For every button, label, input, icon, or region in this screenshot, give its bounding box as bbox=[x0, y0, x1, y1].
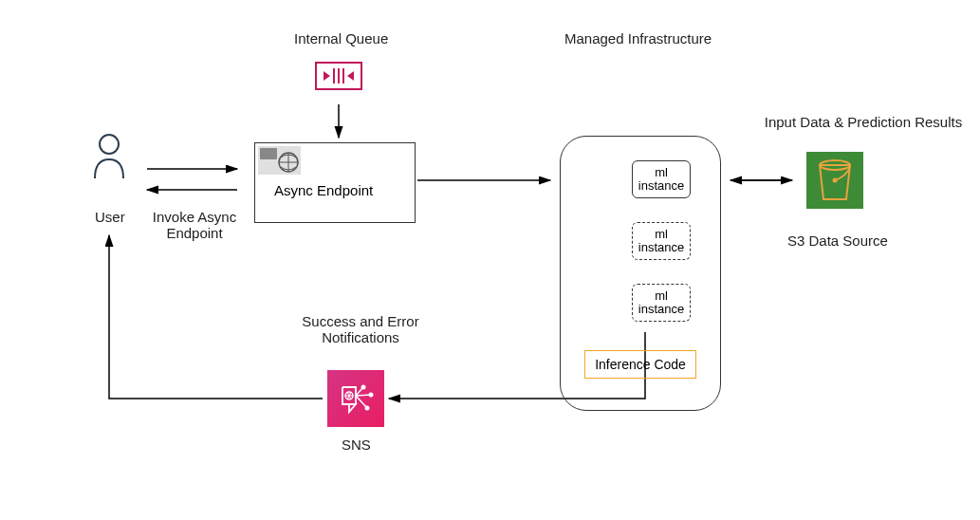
invoke-label: Invoke Async Endpoint bbox=[147, 209, 242, 241]
s3-bucket-icon bbox=[806, 152, 863, 209]
ml-instance-3: ml instance bbox=[632, 284, 691, 322]
svg-line-19 bbox=[356, 396, 367, 408]
ml-instance-3-label: ml instance bbox=[638, 289, 684, 317]
ml-instance-2: ml instance bbox=[632, 222, 691, 260]
managed-infra-label: Managed Infrastructure bbox=[564, 30, 712, 46]
user-icon bbox=[90, 133, 128, 180]
inference-code-box: Inference Code bbox=[584, 350, 696, 379]
svg-rect-7 bbox=[260, 148, 277, 159]
svg-point-6 bbox=[100, 135, 119, 154]
sns-label: SNS bbox=[342, 436, 371, 453]
s3-source-label: S3 Data Source bbox=[787, 232, 888, 249]
success-error-label: Success and Error Notifications bbox=[285, 313, 436, 345]
user-node bbox=[90, 133, 128, 184]
internal-queue-label: Internal Queue bbox=[294, 30, 388, 46]
svg-line-18 bbox=[356, 395, 371, 396]
svg-point-12 bbox=[833, 178, 838, 183]
endpoint-corner-icon bbox=[258, 146, 301, 175]
ml-instance-2-label: ml instance bbox=[638, 228, 684, 255]
sns-icon bbox=[327, 370, 384, 427]
input-data-label: Input Data & Prediction Results bbox=[759, 114, 968, 130]
async-endpoint-label: Async Endpoint bbox=[274, 182, 373, 198]
queue-icon bbox=[315, 62, 362, 90]
managed-infra-box: ml instance ml instance ml instance Infe… bbox=[560, 136, 721, 411]
diagram-canvas: User Invoke Async Endpoint Internal Queu… bbox=[0, 0, 980, 520]
connector-arrows bbox=[0, 0, 980, 520]
svg-line-17 bbox=[356, 387, 363, 396]
ml-instance-1-label: ml instance bbox=[638, 166, 684, 194]
async-endpoint-box: Async Endpoint bbox=[254, 142, 416, 223]
user-label: User bbox=[95, 209, 125, 225]
ml-instance-1: ml instance bbox=[632, 160, 691, 198]
inference-code-label: Inference Code bbox=[595, 357, 686, 372]
